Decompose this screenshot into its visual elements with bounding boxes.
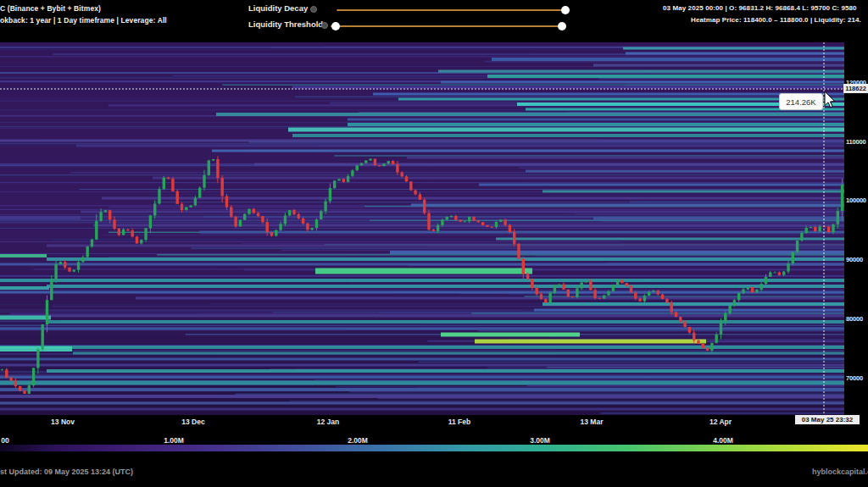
candlestick <box>589 281 592 291</box>
candlestick <box>225 196 228 207</box>
liquidity-band <box>373 93 844 96</box>
slider-handle[interactable] <box>561 6 570 14</box>
candlestick <box>176 191 179 204</box>
colorbar-tick-label: 2.00M <box>348 436 368 445</box>
candlestick <box>140 240 142 243</box>
candlestick <box>693 333 695 340</box>
candlestick <box>104 210 107 212</box>
candlestick <box>42 324 44 349</box>
candlestick <box>675 312 677 317</box>
candlestick <box>810 227 812 228</box>
candlestick <box>841 185 843 211</box>
liquidity-band <box>0 279 844 282</box>
liquidity-band <box>81 211 844 213</box>
candlestick <box>54 264 57 279</box>
candlestick <box>324 202 326 212</box>
candlestick <box>171 179 174 191</box>
candlestick <box>364 160 367 163</box>
candlestick <box>306 224 309 230</box>
candlestick <box>522 258 525 274</box>
candlestick <box>356 165 359 170</box>
candlestick <box>491 227 493 228</box>
candlestick <box>805 228 808 233</box>
info-icon[interactable] <box>310 6 317 13</box>
candlestick <box>149 215 152 228</box>
liquidity-band <box>0 346 844 349</box>
liquidity-band <box>526 170 844 173</box>
liquidity-band <box>487 75 844 78</box>
candlestick <box>562 285 565 290</box>
candlestick <box>832 224 834 232</box>
candlestick <box>423 200 426 213</box>
candlestick <box>432 230 435 231</box>
liquidity-band <box>254 163 844 166</box>
liquidity-band <box>479 184 844 186</box>
candlestick <box>91 240 93 246</box>
liquidity-band <box>475 340 706 344</box>
candlestick <box>369 158 371 160</box>
x-axis-label: 13 Dec <box>181 418 204 426</box>
candlestick <box>64 262 66 268</box>
candlestick <box>706 348 709 351</box>
liquidity-heatmap-canvas[interactable] <box>0 42 844 415</box>
liquidity-band <box>390 251 844 254</box>
info-icon[interactable] <box>321 22 328 29</box>
candlestick <box>189 205 192 207</box>
candlestick <box>212 159 214 160</box>
candlestick <box>544 299 547 302</box>
candlestick <box>742 290 744 293</box>
lookback-settings: okback: 1 year | 1 Day timeframe | Lever… <box>0 16 167 25</box>
liquidity-decay-slider[interactable] <box>337 9 565 11</box>
liquidity-band <box>73 352 844 355</box>
candlestick <box>814 227 816 231</box>
candlestick <box>414 191 416 195</box>
candlestick <box>450 216 453 217</box>
crosshair-time-tag: 03 May 25 23:32 <box>795 415 860 424</box>
candlestick <box>648 292 650 296</box>
candlestick <box>73 270 75 272</box>
candlestick <box>23 390 25 394</box>
candlestick <box>782 272 785 275</box>
liquidity-band <box>0 408 844 411</box>
liquidity-band <box>438 70 844 73</box>
liquidity-band <box>534 309 844 312</box>
candlestick <box>351 170 353 176</box>
candlestick <box>558 285 560 286</box>
candlestick <box>292 210 295 214</box>
candlestick <box>270 232 273 235</box>
candlestick <box>661 295 664 300</box>
liquidity-band <box>626 53 844 55</box>
candlestick <box>261 216 264 222</box>
liquidity-band <box>593 217 844 220</box>
liquidity-threshold-slider[interactable] <box>331 25 565 27</box>
candlestick <box>230 208 232 217</box>
candlestick <box>167 178 170 179</box>
candlestick <box>733 300 736 306</box>
candlestick <box>437 225 439 231</box>
candlestick <box>441 219 443 225</box>
chart-area[interactable] <box>0 42 844 415</box>
slider-handle[interactable] <box>331 22 340 30</box>
candlestick <box>28 385 31 394</box>
candlestick <box>405 176 408 181</box>
brand-link[interactable]: hyblockcapital.c <box>812 468 868 476</box>
candlestick <box>50 279 53 301</box>
candlestick <box>77 262 80 269</box>
x-axis-label: 12 Jan <box>317 418 339 426</box>
candlestick <box>728 306 731 313</box>
liquidity-band <box>348 123 844 126</box>
liquidity-band <box>0 140 844 142</box>
candlestick <box>419 194 421 199</box>
candlestick <box>800 233 803 241</box>
colorbar-tick-label: 4.00M <box>713 436 733 445</box>
candlestick <box>747 287 749 289</box>
candlestick <box>279 224 281 230</box>
candlestick <box>311 228 314 230</box>
candlestick <box>333 180 336 188</box>
candlestick <box>751 287 754 292</box>
slider-handle[interactable] <box>558 22 566 30</box>
candlestick <box>243 214 246 220</box>
candlestick <box>95 221 97 240</box>
candlestick <box>634 292 637 298</box>
y-axis-label: 90000 <box>846 256 863 263</box>
